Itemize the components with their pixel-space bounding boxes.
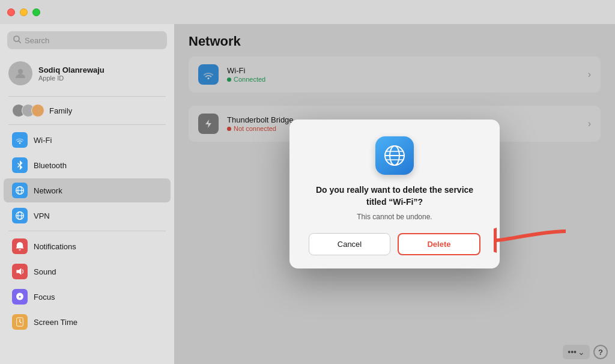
svg-marker-11	[16, 268, 21, 275]
search-bar[interactable]: Search	[7, 31, 167, 49]
svg-line-15	[20, 322, 22, 323]
sidebar-item-notifications[interactable]: Notifications	[4, 234, 171, 258]
sidebar: Search Sodiq Olanrewaju Apple ID	[0, 24, 174, 364]
sidebar-item-network-label: Network	[34, 186, 62, 195]
sidebar-item-focus-label: Focus	[34, 293, 55, 302]
notifications-icon	[12, 238, 28, 254]
sidebar-item-screentime[interactable]: Screen Time	[4, 310, 171, 334]
sidebar-item-family-label: Family	[49, 106, 72, 115]
svg-point-2	[18, 69, 23, 74]
svg-line-3	[17, 163, 20, 165]
user-name: Sodiq Olanrewaju	[38, 65, 105, 74]
network-icon	[12, 183, 28, 198]
sidebar-item-wifi[interactable]: Wi-Fi	[4, 128, 171, 152]
vpn-icon	[12, 208, 28, 223]
sidebar-item-sound[interactable]: Sound	[4, 259, 171, 284]
sidebar-item-vpn-label: VPN	[34, 211, 50, 220]
user-sub: Apple ID	[38, 74, 105, 82]
search-icon	[13, 35, 21, 46]
cancel-button[interactable]: Cancel	[309, 233, 390, 255]
sidebar-item-notifications-label: Notifications	[34, 242, 76, 251]
sidebar-item-screentime-label: Screen Time	[34, 318, 77, 327]
sidebar-item-vpn[interactable]: VPN	[4, 204, 171, 228]
sidebar-item-wifi-label: Wi-Fi	[34, 136, 52, 145]
family-avatars	[12, 104, 44, 117]
delete-modal: Do you really want to delete the service…	[289, 120, 500, 268]
modal-subtitle: This cannot be undone.	[357, 213, 432, 221]
screentime-icon	[12, 314, 28, 330]
main-panel: Network Wi-Fi	[174, 24, 615, 364]
arrow-indicator	[494, 225, 572, 258]
user-info: Sodiq Olanrewaju Apple ID	[38, 65, 105, 82]
delete-button[interactable]: Delete	[398, 233, 480, 255]
modal-buttons: Cancel Delete	[309, 233, 480, 255]
minimize-button[interactable]	[20, 8, 28, 16]
titlebar	[0, 0, 615, 24]
sound-icon	[12, 264, 28, 279]
svg-line-1	[19, 41, 21, 43]
sidebar-item-bluetooth[interactable]: Bluetooth	[4, 153, 171, 177]
traffic-lights	[7, 8, 40, 16]
avatar	[8, 61, 32, 85]
sidebar-item-bluetooth-label: Bluetooth	[34, 161, 67, 170]
app-body: Search Sodiq Olanrewaju Apple ID	[0, 24, 615, 364]
sidebar-item-sound-label: Sound	[34, 267, 56, 276]
sidebar-divider-3	[8, 231, 166, 231]
sidebar-divider	[8, 96, 166, 97]
search-placeholder: Search	[25, 36, 49, 45]
family-avatar-3	[31, 104, 44, 117]
sidebar-divider-2	[8, 124, 166, 125]
sidebar-item-family[interactable]: Family	[4, 100, 171, 121]
svg-point-12	[19, 296, 20, 297]
focus-icon	[12, 289, 28, 305]
modal-overlay: Do you really want to delete the service…	[174, 24, 615, 364]
modal-icon	[375, 136, 414, 175]
sidebar-item-focus[interactable]: Focus	[4, 285, 171, 309]
maximize-button[interactable]	[32, 8, 40, 16]
close-button[interactable]	[7, 8, 15, 16]
svg-line-4	[17, 165, 20, 168]
wifi-icon	[12, 132, 28, 148]
bluetooth-icon	[12, 157, 28, 173]
modal-title: Do you really want to delete the service…	[309, 184, 480, 208]
sidebar-item-network[interactable]: Network	[4, 178, 171, 202]
user-profile[interactable]: Sodiq Olanrewaju Apple ID	[0, 56, 174, 90]
